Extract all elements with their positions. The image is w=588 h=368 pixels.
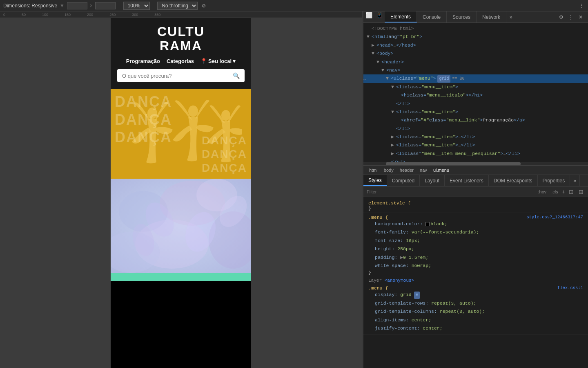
prop-justify-content: justify-content: center; [368, 324, 583, 332]
sep1: ▼ [60, 3, 65, 9]
prop-grid-cols: grid-template-columns: repeat(3, auto); [368, 307, 583, 316]
prop-bg-color: background-color: black; [368, 220, 583, 228]
tab-event-listeners[interactable]: Event Listeners [445, 175, 489, 186]
toggle-sidebar[interactable]: ⊞ [577, 188, 585, 195]
tab-elements[interactable]: Elements [385, 11, 417, 22]
search-icon: 🔍 [233, 72, 240, 79]
dollar-zero: == $0 [452, 76, 464, 82]
tab-styles[interactable]: Styles [363, 175, 387, 186]
dom-doctype[interactable]: <!DOCTYPE html> [363, 25, 588, 33]
padding-expand[interactable]: ▶ [400, 254, 403, 261]
phone-frame[interactable]: CULTU RAMA Programação Categorias 📍 Seu … [111, 18, 251, 368]
breadcrumb-ul-menu[interactable]: ul.menu [431, 168, 452, 173]
dom-li-2-close[interactable]: </li> [363, 125, 588, 133]
dom-head[interactable]: ▶ <head> … </head> [363, 41, 588, 49]
new-style-rule[interactable]: ⊡ [568, 188, 575, 195]
layer-link[interactable]: <anonymous> [385, 278, 414, 283]
add-rule-button[interactable]: + [562, 188, 565, 195]
dom-ul-close[interactable]: </ul> [363, 158, 588, 162]
tab-styles-more[interactable]: » [570, 175, 580, 186]
svg-point-2 [221, 110, 230, 121]
dom-body[interactable]: ▼ <body> [363, 49, 588, 58]
ruler-mark-300: 300 [132, 13, 138, 17]
logo: CULTU RAMA [157, 25, 205, 53]
badge-grid-2: ⊞ [414, 292, 420, 299]
dom-li-search[interactable]: ▶ <li class="menu__item menu__pesquisar"… [363, 150, 588, 158]
dom-html[interactable]: ▼ <html lang="pt-br" > [363, 33, 588, 41]
ruler-mark-150: 150 [65, 13, 71, 17]
width-input[interactable]: 360 [67, 2, 87, 9]
ruler-mark-200: 200 [87, 13, 93, 17]
more-options[interactable]: ⋮ [579, 3, 585, 9]
filter-input[interactable] [367, 189, 535, 194]
dom-li-3[interactable]: ▶ <li class="menu__item" >…</li> [363, 133, 588, 141]
nav-programacao[interactable]: Programação [126, 58, 160, 64]
cls-toggle[interactable]: .cls [550, 189, 559, 194]
search-input[interactable] [122, 73, 229, 79]
layer-anonymous: Layer <anonymous> [363, 277, 588, 284]
location-icon[interactable]: ⊘ [200, 2, 207, 9]
search-bar[interactable]: 🔍 [117, 69, 245, 82]
nav-categorias[interactable]: Categorias [167, 58, 194, 64]
tab-layout[interactable]: Layout [420, 175, 445, 186]
throttle-select[interactable]: No throttling [157, 2, 198, 10]
dom-nav[interactable]: ▼ <nav> [363, 66, 588, 74]
ruler-mark-50: 50 [22, 13, 26, 17]
device-icon[interactable]: 📱 [376, 11, 383, 19]
rule-element-style-close: } [368, 206, 583, 211]
devtools-tab-bar: ⬜ 📱 Elements Console Sources Network » ⚙… [363, 11, 588, 23]
nav-menu: Programação Categorias 📍 Seu local ▾ [126, 58, 236, 64]
tab-dom-breakpoints[interactable]: DOM Breakpoints [489, 175, 538, 186]
devtools-toolbar: Dimensions: Responsive ▼ 360 × 813 100% … [0, 0, 588, 11]
rule-element-style-selector: element.style { [368, 200, 583, 206]
rule-menu-2-source[interactable]: flex.css:1 [557, 285, 583, 290]
ruler-mark-100: 100 [42, 13, 48, 17]
hov-toggle[interactable]: :hov [537, 189, 548, 194]
breadcrumb-nav[interactable]: nav [417, 168, 430, 173]
dom-li-1[interactable]: ▼ <li class="menu__item" > [363, 83, 588, 91]
tab-console[interactable]: Console [417, 11, 447, 22]
ruler-mark-250: 250 [109, 13, 116, 17]
inspect-icon[interactable]: ⬜ [365, 11, 372, 19]
tab-more[interactable]: » [506, 11, 516, 22]
dom-li-4[interactable]: ▶ <li class="menu__item" >…</li> [363, 141, 588, 149]
rule-menu-1: style.css?_12466317:47 .menu { backgroun… [363, 213, 588, 277]
dom-h1[interactable]: <h1 class="menu__titulo" ></h1> [363, 91, 588, 99]
filter-bar: :hov .cls + ⊡ ⊞ [363, 186, 588, 197]
svg-point-1 [188, 105, 198, 117]
dom-li-1-close[interactable]: </li> [363, 100, 588, 108]
zoom-select[interactable]: 100% 75% 50% [123, 2, 150, 10]
settings-icon[interactable]: ⚙ [558, 14, 564, 20]
breadcrumb-body[interactable]: body [381, 168, 396, 173]
sep4 [152, 3, 155, 9]
devtools-panel: ⬜ 📱 Elements Console Sources Network » ⚙… [363, 11, 588, 368]
tab-network[interactable]: Network [477, 11, 506, 22]
banner-purple [111, 179, 251, 273]
styles-panel: element.style { } style.css?_12466317:47… [363, 197, 588, 368]
dom-header[interactable]: ▼ <header> [363, 58, 588, 66]
breadcrumb-header[interactable]: header [397, 168, 416, 173]
tab-properties[interactable]: Properties [538, 175, 570, 186]
rule-menu-2: flex.css:1 .menu { display: grid ⊞ grid-… [363, 284, 588, 334]
dimensions-label: Dimensions: Responsive [3, 3, 57, 9]
nav-location[interactable]: 📍 Seu local ▾ [200, 58, 236, 64]
vertical-dots-icon[interactable]: ⋮ [568, 14, 574, 20]
close-icon[interactable]: ✕ [577, 14, 584, 20]
dom-a-prog[interactable]: <a href="#" class="menu__link" >Programa… [363, 116, 588, 124]
dom-li-2[interactable]: ▼ <li class="menu__item" > [363, 108, 588, 116]
dom-horizontal-scrollbar[interactable] [363, 162, 588, 165]
horizontal-ruler: 0 50 100 150 200 250 300 350 [0, 11, 362, 18]
svg-point-0 [147, 108, 157, 119]
tab-sources[interactable]: Sources [447, 11, 477, 22]
rule-menu-1-source[interactable]: style.css?_12466317:47 [526, 215, 583, 220]
dom-ul-menu[interactable]: … ▼ <ul class="menu" > grid == $0 [363, 74, 588, 83]
sep2: × [90, 3, 93, 9]
tab-computed[interactable]: Computed [387, 175, 420, 186]
dom-hscroll-thumb[interactable] [386, 162, 521, 165]
dom-tree[interactable]: <!DOCTYPE html> ▼ <html lang="pt-br" > ▶… [363, 23, 588, 162]
pin-icon: 📍 [200, 58, 207, 64]
height-input[interactable]: 813 [95, 2, 116, 9]
breadcrumb-html[interactable]: html [367, 168, 380, 173]
prop-display: display: grid ⊞ [368, 291, 583, 299]
ruler-mark-350: 350 [154, 13, 160, 17]
